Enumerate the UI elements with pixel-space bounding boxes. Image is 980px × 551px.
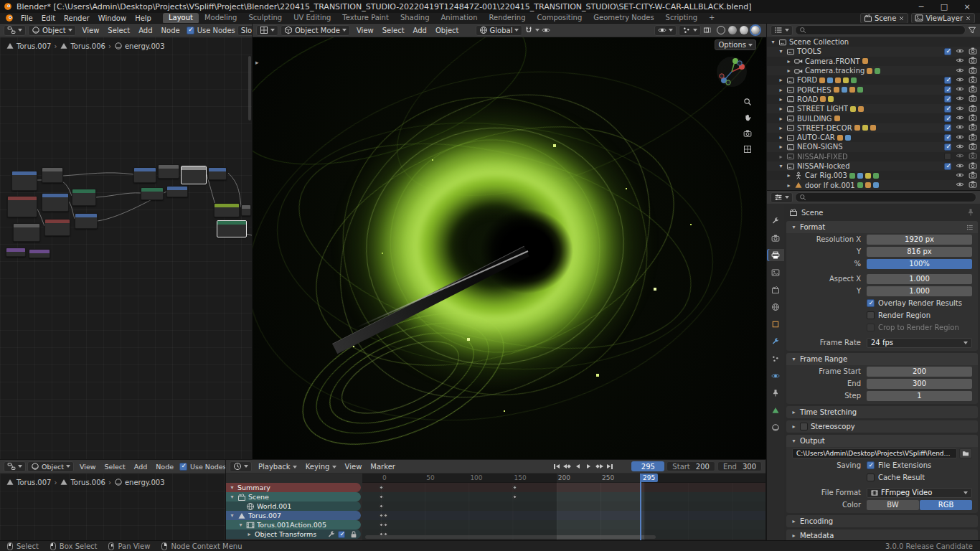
perspective-grid-icon[interactable] xyxy=(743,145,752,154)
toolbar-expand-icon[interactable]: ▸ xyxy=(255,59,259,66)
disable-in-renders-toggle[interactable] xyxy=(966,133,977,143)
camera-view-icon[interactable] xyxy=(743,129,752,138)
collection-exclude-checkbox[interactable] xyxy=(944,115,951,122)
file-extensions-checkbox[interactable]: File Extensions xyxy=(867,461,972,469)
breadcrumb-item[interactable]: Torus.007 xyxy=(6,478,51,486)
properties-tab-modifiers[interactable] xyxy=(767,335,784,347)
disable-in-renders-toggle[interactable] xyxy=(966,151,977,161)
breadcrumb-item[interactable]: energy.003 xyxy=(114,478,165,486)
snap-magnet-icon[interactable] xyxy=(524,26,533,34)
clear-scene-icon[interactable] xyxy=(898,15,905,22)
hide-in-viewport-toggle[interactable] xyxy=(953,180,964,190)
output-section-header[interactable]: ▾Output xyxy=(786,435,978,447)
channel-row-object-transforms[interactable]: ▸Object Transforms xyxy=(226,529,361,539)
viewport-menu-object[interactable]: Object xyxy=(431,26,463,35)
timeline-menu-marker[interactable]: Marker xyxy=(366,462,400,471)
disable-in-renders-toggle[interactable] xyxy=(966,142,977,152)
editor-type-button[interactable] xyxy=(4,461,26,472)
vertical-scrollbar[interactable] xyxy=(248,56,251,121)
shader-menu-node[interactable]: Node xyxy=(157,26,184,35)
disable-in-renders-toggle[interactable] xyxy=(966,56,977,66)
use-nodes-checkbox[interactable]: Use Nodes xyxy=(187,27,235,34)
outliner-row-auto-car[interactable]: ▸AUTO-CAR xyxy=(767,133,980,142)
workspace-tab-sculpting[interactable]: Sculpting xyxy=(242,13,288,24)
channel-row-torus-007[interactable]: ▾Torus.007 xyxy=(226,511,361,520)
expand-arrow-icon[interactable]: ▸ xyxy=(778,154,784,160)
close-button[interactable]: × xyxy=(958,2,976,11)
pan-hand-icon[interactable] xyxy=(743,113,752,122)
shader-node[interactable] xyxy=(217,220,247,237)
shader-node[interactable] xyxy=(29,249,50,258)
outliner-row-car-rig-003[interactable]: ▸Car Rig.003 xyxy=(767,171,980,180)
outliner-row-neon-signs[interactable]: ▸NEON-SIGNS xyxy=(767,142,980,151)
expand-arrow-icon[interactable]: ▾ xyxy=(778,163,784,169)
expand-arrow-icon[interactable]: ▸ xyxy=(246,531,253,537)
expand-arrow-icon[interactable]: ▾ xyxy=(229,494,235,500)
expand-arrow-icon[interactable]: ▸ xyxy=(786,182,792,189)
channel-enable-checkbox[interactable] xyxy=(338,531,345,538)
hide-in-viewport-toggle[interactable] xyxy=(953,56,964,66)
shader-menu-add[interactable]: Add xyxy=(134,26,156,35)
collection-exclude-checkbox[interactable] xyxy=(944,134,951,141)
color-option-bw[interactable]: BW xyxy=(867,500,919,510)
topbar-menu-render[interactable]: Render xyxy=(60,14,94,23)
mode-select[interactable]: Object Mode xyxy=(281,25,350,36)
outliner-row-road[interactable]: ▸ROAD xyxy=(767,95,980,104)
collection-exclude-checkbox[interactable] xyxy=(944,124,951,131)
properties-tab-view-layer[interactable] xyxy=(767,266,784,278)
outliner-row-ford[interactable]: ▸FORD xyxy=(767,75,980,85)
open-folder-button[interactable] xyxy=(959,448,972,458)
expand-arrow-icon[interactable]: ▸ xyxy=(778,125,784,131)
cache-result-checkbox[interactable]: Cache Result xyxy=(867,474,972,481)
end-field[interactable]: 300 xyxy=(867,379,972,389)
collection-exclude-checkbox[interactable] xyxy=(944,105,951,113)
metadata-header[interactable]: ▸Metadata xyxy=(786,529,978,540)
step-field[interactable]: 1 xyxy=(867,391,972,401)
workspace-tab-uv-editing[interactable]: UV Editing xyxy=(288,13,336,24)
expand-arrow-icon[interactable]: ▾ xyxy=(229,484,235,491)
disable-in-renders-toggle[interactable] xyxy=(966,94,977,104)
disable-in-renders-toggle[interactable] xyxy=(966,66,977,76)
hide-in-viewport-toggle[interactable] xyxy=(953,171,964,181)
expand-arrow-icon[interactable]: ▸ xyxy=(786,58,792,65)
options-dropdown[interactable]: Options xyxy=(715,39,756,50)
shader-node[interactable] xyxy=(166,186,188,197)
channel-row-summary[interactable]: ▾Summary xyxy=(226,483,361,492)
shader-menu-view[interactable]: View xyxy=(78,26,104,35)
expand-arrow-icon[interactable]: ▸ xyxy=(778,116,784,122)
shader-bottom-menu-view[interactable]: View xyxy=(75,462,100,471)
render-region-checkbox[interactable]: Render Region xyxy=(867,311,972,319)
view-navigation-gizmo[interactable] xyxy=(716,56,748,88)
workspace-tab-layout[interactable]: Layout xyxy=(163,13,199,24)
disable-in-renders-toggle[interactable] xyxy=(966,104,977,114)
previous-keyframe-button[interactable] xyxy=(562,462,573,471)
zoom-icon[interactable] xyxy=(743,98,752,106)
shader-type-select[interactable]: Object xyxy=(27,461,74,472)
workspace-tab-rendering[interactable]: Rendering xyxy=(483,13,531,24)
jump-to-end-button[interactable] xyxy=(605,462,616,471)
hide-in-viewport-toggle[interactable] xyxy=(953,85,964,95)
workspace-tab-shading[interactable]: Shading xyxy=(395,13,435,24)
shader-bottom-menu-select[interactable]: Select xyxy=(100,462,130,471)
shader-node[interactable] xyxy=(44,219,70,236)
color-option-rgb[interactable]: RGB xyxy=(920,500,972,510)
breadcrumb-item[interactable]: energy.003 xyxy=(114,42,165,50)
format-section-header[interactable]: ▾Format xyxy=(786,221,978,233)
timeline-menu-keying[interactable]: Keying xyxy=(301,462,341,471)
clear-viewlayer-icon[interactable] xyxy=(965,15,971,22)
pin-icon[interactable] xyxy=(966,208,975,217)
frame-range-section-header[interactable]: ▾Frame Range xyxy=(786,353,978,365)
workspace-tab-animation[interactable]: Animation xyxy=(435,13,484,24)
viewport-menu-add[interactable]: Add xyxy=(409,26,431,35)
workspace-tab-texture-paint[interactable]: Texture Paint xyxy=(336,13,395,24)
expand-arrow-icon[interactable]: ▸ xyxy=(778,87,784,93)
expand-arrow-icon[interactable]: ▾ xyxy=(770,39,776,45)
show-gizmo-toggle[interactable] xyxy=(654,25,677,36)
hide-in-viewport-toggle[interactable] xyxy=(953,142,964,152)
expand-arrow-icon[interactable]: ▸ xyxy=(786,172,792,179)
hide-in-viewport-toggle[interactable] xyxy=(953,151,964,161)
crop-to-render-region-checkbox[interactable]: Crop to Render Region xyxy=(867,324,972,331)
rendered-shading-button[interactable] xyxy=(751,26,760,34)
topbar-menu-edit[interactable]: Edit xyxy=(37,14,60,23)
properties-tab-scene[interactable] xyxy=(767,283,784,296)
